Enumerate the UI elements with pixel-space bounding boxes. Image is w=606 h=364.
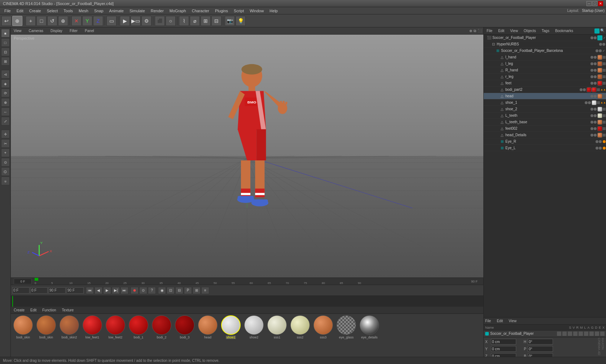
- obj-row-lleg[interactable]: △ l_leg: [484, 61, 606, 67]
- vp-menu-filter[interactable]: Filter: [68, 28, 79, 33]
- prev-frame-button[interactable]: ◀: [95, 287, 102, 294]
- render-button[interactable]: ▶: [120, 16, 130, 26]
- material-bodi-skin-2[interactable]: bodi_skin: [35, 315, 57, 339]
- material-bodi-skin-1[interactable]: bodi_skin: [12, 315, 34, 339]
- h-rot-field[interactable]: [528, 339, 553, 345]
- vp-split-btn[interactable]: ⧉: [474, 29, 476, 33]
- menu-character[interactable]: Character: [189, 8, 212, 14]
- menu-file[interactable]: File: [1, 8, 14, 14]
- record-button[interactable]: ⏺: [131, 287, 139, 294]
- attr-menu-view[interactable]: View: [509, 319, 517, 323]
- obj-menu-file[interactable]: File: [485, 28, 494, 33]
- obj-row-hypernurbs[interactable]: ⊡ HyperNURBS: [484, 41, 606, 48]
- obj-row-root[interactable]: ⬛ Soccer_or_Football_Player ✓: [484, 35, 606, 41]
- material-eye-glass[interactable]: eye_glass: [335, 315, 357, 339]
- obj-row-head-details[interactable]: △ head_Details: [484, 132, 606, 138]
- kf-btn2[interactable]: ⊡: [167, 287, 175, 294]
- obj-row-feet002[interactable]: △ feet002: [484, 125, 606, 132]
- goto-end-button[interactable]: ⏭: [120, 287, 128, 294]
- save-button[interactable]: ↺: [47, 16, 57, 26]
- next-frame-button[interactable]: ▶|: [112, 287, 120, 294]
- kf-btn1[interactable]: ◉: [158, 287, 166, 294]
- material-shoe1[interactable]: shoe1: [220, 315, 242, 339]
- vp-menu-cameras[interactable]: Cameras: [27, 28, 45, 33]
- menu-render[interactable]: Render: [148, 8, 167, 14]
- menu-plugins[interactable]: Plugins: [212, 8, 231, 14]
- kf-btn5[interactable]: ⊞: [193, 287, 201, 294]
- render-settings[interactable]: ⚙: [141, 16, 152, 26]
- material-shoe2[interactable]: shoe2: [243, 315, 265, 339]
- obj-menu-objects[interactable]: Objects: [522, 28, 537, 33]
- material-sss1[interactable]: sss1: [266, 315, 288, 339]
- mat-menu-function[interactable]: Function: [41, 308, 57, 312]
- menu-snap[interactable]: Snap: [91, 8, 106, 14]
- obj-row-bodi-part2[interactable]: △ bodi_part2 ▲ ▲: [484, 86, 606, 93]
- left-btn-mode3[interactable]: ⊡: [1, 48, 10, 56]
- obj-row-rleg[interactable]: △ r_leg: [484, 74, 606, 80]
- array-button[interactable]: ⊞: [201, 16, 211, 26]
- obj-menu-bookmarks[interactable]: Bookmarks: [554, 28, 575, 33]
- menu-animate[interactable]: Animate: [106, 8, 127, 14]
- light-button[interactable]: 💡: [236, 16, 246, 26]
- maximize-button[interactable]: □: [592, 1, 597, 6]
- menu-mesh[interactable]: Mesh: [76, 8, 91, 14]
- material-bodi-2[interactable]: bodi_2: [151, 315, 172, 339]
- end-frame-field2[interactable]: [66, 287, 84, 294]
- minimize-button[interactable]: ─: [587, 1, 592, 6]
- menu-tools[interactable]: Tools: [61, 8, 76, 14]
- menu-window[interactable]: Window: [247, 8, 267, 14]
- add-object-button[interactable]: ⊕: [58, 16, 68, 26]
- vp-menu-display[interactable]: Display: [49, 28, 64, 33]
- menu-select[interactable]: Select: [44, 8, 61, 14]
- obj-row-eyeR[interactable]: ⊞ Eye_R: [484, 138, 606, 145]
- material-head[interactable]: head: [197, 315, 219, 339]
- left-btn-mode1[interactable]: ■: [1, 29, 10, 37]
- close-button[interactable]: ✕: [598, 1, 603, 6]
- menu-simulate[interactable]: Simulate: [127, 8, 148, 14]
- mat-menu-texture[interactable]: Texture: [61, 308, 75, 312]
- left-btn-magnet[interactable]: ⌖: [1, 148, 10, 157]
- material-bodi-1[interactable]: bodi_1: [128, 315, 149, 339]
- open-button[interactable]: □: [36, 16, 47, 26]
- obj-menu-tags[interactable]: Tags: [540, 28, 551, 33]
- material-eye-details[interactable]: eye_details: [359, 315, 380, 339]
- left-btn-paint[interactable]: ⊙: [1, 158, 10, 167]
- deform-button[interactable]: ⌇: [179, 16, 189, 26]
- material-bodi-3[interactable]: bodi_3: [174, 315, 196, 339]
- obj-row-head[interactable]: △ head: [484, 93, 606, 99]
- material-low-feet1[interactable]: low_feet1: [82, 315, 103, 339]
- kf-btn3[interactable]: ⊟: [175, 287, 183, 294]
- timeline-tracks[interactable]: [11, 296, 483, 307]
- auto-key-button[interactable]: ⊙: [139, 287, 147, 294]
- obj-row-eyeL[interactable]: ⊞ Eye_L: [484, 145, 606, 151]
- obj-row-feet[interactable]: △ feet: [484, 80, 606, 86]
- kf-btn4[interactable]: P: [184, 287, 192, 294]
- left-btn-select2[interactable]: ◈: [1, 79, 10, 88]
- grid-button[interactable]: ⊟: [211, 16, 221, 26]
- play-button[interactable]: ▶: [103, 287, 111, 294]
- material-bodi-skin2[interactable]: bodi_skin2: [58, 315, 80, 339]
- viewport[interactable]: Perspective: [11, 35, 483, 278]
- camera-button[interactable]: 📷: [225, 16, 235, 26]
- material-sss2[interactable]: sss2: [289, 315, 311, 339]
- undo-button[interactable]: ↩: [1, 16, 12, 26]
- sphere-button[interactable]: ○: [166, 16, 176, 26]
- attr-obj-row[interactable]: Soccer_or_Football_Player: [484, 330, 606, 337]
- key-button[interactable]: ?: [148, 287, 156, 294]
- rotate-x-button[interactable]: ✕: [71, 16, 82, 26]
- menu-script[interactable]: Script: [231, 8, 247, 14]
- mat-menu-create[interactable]: Create: [12, 308, 26, 312]
- obj-menu-view[interactable]: View: [509, 28, 519, 33]
- search-icon[interactable]: 🔍: [600, 28, 605, 34]
- left-btn-select3[interactable]: ⟳: [1, 89, 10, 97]
- left-btn-extra[interactable]: ⍟: [1, 177, 10, 185]
- obj-row-rhand[interactable]: △ R_hand: [484, 67, 606, 74]
- rotate-z-button[interactable]: Z: [93, 16, 103, 26]
- cube-button[interactable]: ⬛: [155, 16, 165, 26]
- left-btn-mode4[interactable]: ⊞: [1, 57, 10, 66]
- select-button[interactable]: ▭: [106, 16, 117, 26]
- left-btn-scale[interactable]: ⤢: [1, 117, 10, 125]
- left-btn-select4[interactable]: ⊕: [1, 98, 10, 107]
- menu-create[interactable]: Create: [26, 8, 44, 14]
- left-btn-select1[interactable]: ⊲: [1, 70, 10, 79]
